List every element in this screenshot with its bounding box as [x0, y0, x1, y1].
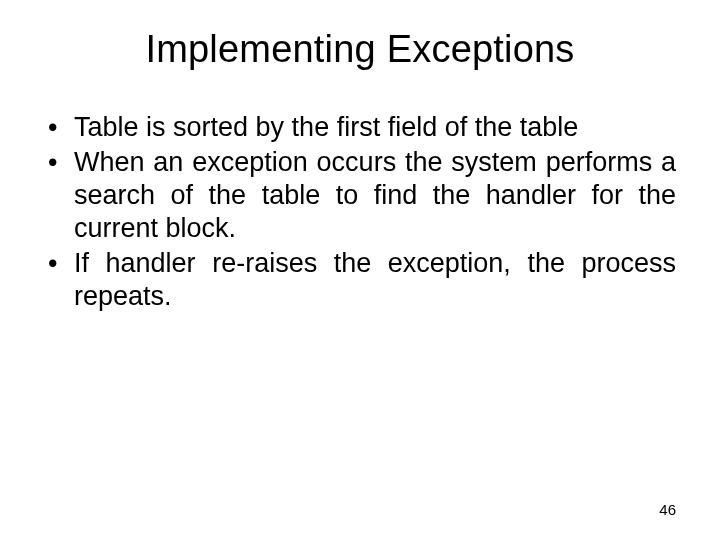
page-number: 46: [659, 501, 676, 518]
bullet-list: Table is sorted by the first field of th…: [44, 111, 676, 313]
list-item: Table is sorted by the first field of th…: [44, 111, 676, 144]
slide-title: Implementing Exceptions: [44, 28, 676, 71]
slide: Implementing Exceptions Table is sorted …: [0, 0, 720, 540]
list-item: If handler re-raises the exception, the …: [44, 247, 676, 313]
list-item: When an exception occurs the system perf…: [44, 146, 676, 245]
